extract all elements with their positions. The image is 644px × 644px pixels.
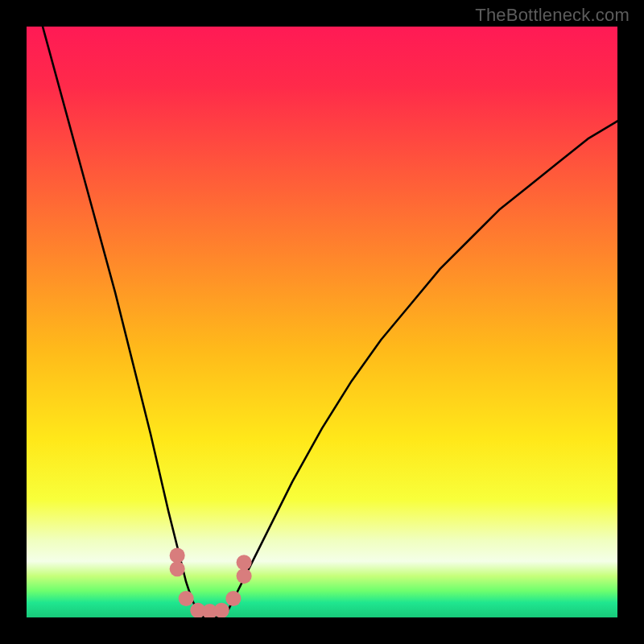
valley-markers (170, 547, 252, 617)
valley-dot (214, 603, 229, 617)
valley-dot (170, 561, 185, 576)
bottleneck-curve (27, 27, 617, 617)
valley-dot (225, 591, 241, 606)
valley-dot (237, 555, 252, 570)
watermark-text: TheBottleneck.com (475, 5, 630, 26)
chart-frame: TheBottleneck.com (0, 0, 644, 644)
valley-dot (179, 591, 194, 606)
curve-path (27, 27, 617, 617)
plot-area (27, 27, 617, 617)
valley-dot (170, 547, 185, 563)
valley-dot (237, 568, 252, 584)
